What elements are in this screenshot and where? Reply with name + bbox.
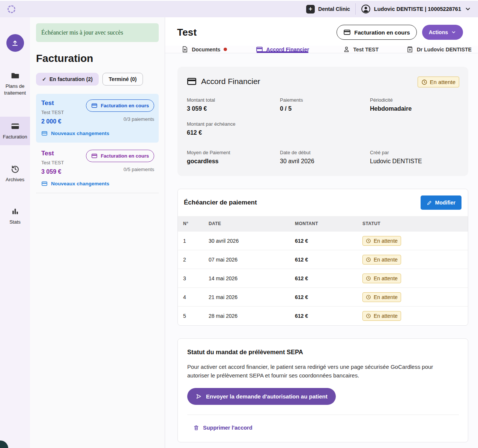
table-row: 1 30 avril 2026 612 € En attente: [178, 232, 468, 250]
new-changes-link[interactable]: Nouveaux changements: [41, 180, 154, 187]
table-header-row: N° DATE MONTANT STATUT: [178, 216, 468, 232]
tab-label: Dr Ludovic DENTISTE: [417, 47, 472, 53]
filter-chips: ✓ En facturation (2) Terminé (0): [36, 73, 159, 86]
panel-title: Facturation: [36, 53, 159, 65]
sidebar-item-facturation[interactable]: Facturation: [0, 117, 30, 145]
billing-card-patient: Test TEST: [41, 110, 64, 115]
table-row: 3 14 mai 2026 612 € En attente: [178, 269, 468, 288]
col-n: N°: [178, 216, 209, 232]
filter-chip-label: En facturation (2): [50, 76, 93, 82]
billing-card-amount: 3 059 €: [41, 168, 64, 175]
payments-progress: 0/3 paiements: [86, 116, 154, 122]
trash-icon: [193, 425, 199, 431]
financial-agreement-card: Accord Financier En attente Montant tota…: [177, 67, 468, 176]
table-row: 2 07 mai 2026 612 € En attente: [178, 250, 468, 269]
payment-schedule-card: Échéancier de paiement Modifier N° DATE …: [177, 189, 468, 326]
main-area: Test Facturation en cours Actions: [165, 17, 478, 448]
sidebar-item-stats[interactable]: Stats: [0, 202, 30, 230]
tab-label: Documents: [192, 47, 220, 53]
new-changes-link[interactable]: Nouveaux changements: [41, 130, 154, 137]
field-date-de-debut: Date de début 30 avril 2026: [280, 150, 370, 165]
upload-button[interactable]: [6, 34, 24, 52]
clinic-selector[interactable]: + Dental Clinic: [306, 5, 350, 14]
filter-chip-label: Terminé (0): [109, 76, 137, 82]
user-menu[interactable]: Ludovic DENTISTE | 10005228761: [361, 4, 471, 14]
billing-card-2[interactable]: Test Test TEST 3 059 € Facturation en co…: [36, 144, 159, 193]
pending-status-badge: En attente: [362, 274, 401, 283]
send-authorization-button[interactable]: Envoyer la demande d'autorisation au pat…: [187, 388, 336, 405]
chevron-down-icon: [464, 6, 471, 12]
pending-status-badge: En attente: [362, 292, 401, 302]
col-date: DATE: [209, 216, 295, 232]
document-upload-icon: [181, 46, 188, 53]
pending-status-badge: En attente: [418, 77, 459, 87]
credit-card-icon: [41, 180, 48, 187]
section-title: Échéancier de paiement: [184, 199, 257, 206]
edit-schedule-button[interactable]: Modifier: [421, 195, 461, 210]
tab-label: Test TEST: [353, 47, 379, 53]
pending-status-badge: En attente: [362, 255, 401, 265]
sidebar-item-archives[interactable]: Archives: [0, 159, 30, 188]
schedule-table: N° DATE MONTANT STATUT 1 30 avril 2026 6…: [178, 216, 468, 325]
clock-icon: [366, 295, 371, 300]
credit-card-icon: [343, 29, 351, 36]
clock-icon: [421, 79, 427, 85]
pending-status-badge: En attente: [362, 236, 401, 246]
credit-card-icon: [41, 130, 48, 137]
field-cree-par: Créé par Ludovic DENTISTE: [370, 150, 459, 165]
user-label: Ludovic DENTISTE | 10005228761: [374, 6, 461, 12]
clinic-name: Dental Clinic: [318, 6, 350, 12]
folder-icon: [11, 71, 20, 80]
sidebar-item-label: Stats: [9, 219, 21, 226]
credit-card-icon: [91, 153, 98, 159]
main-header: Test Facturation en cours Actions: [165, 17, 478, 46]
left-rail: Plans de traitement Facturation Archives…: [0, 17, 30, 448]
tab-test-test[interactable]: Test TEST: [322, 46, 400, 53]
success-toast: Échéancier mis à jour avec succès: [36, 23, 159, 42]
field-paiements: Paiements 0 / 5: [280, 97, 370, 112]
chevron-down-icon: [451, 30, 456, 35]
billing-card-title: Test: [41, 99, 64, 107]
clinic-logo-icon: +: [306, 5, 315, 14]
alert-dot: [224, 48, 227, 51]
history-icon: [11, 164, 20, 174]
credit-card-icon: [11, 122, 20, 131]
sidebar-item-label: Archives: [6, 176, 24, 183]
billing-card-amount: 2 000 €: [41, 118, 64, 125]
payments-progress: 0/5 paiements: [86, 167, 154, 172]
account-circle-icon: [361, 4, 371, 14]
upload-icon: [11, 39, 19, 47]
delete-agreement-link[interactable]: Supprimer l'accord: [187, 425, 459, 431]
divider: [187, 415, 459, 415]
filter-chip-termine[interactable]: Terminé (0): [102, 73, 143, 86]
sepa-mandate-card: Statut du mandat de prélèvement SEPA Pou…: [177, 338, 468, 443]
section-title: Statut du mandat de prélèvement SEPA: [187, 349, 459, 356]
clock-icon: [366, 238, 371, 244]
clock-icon: [366, 257, 371, 262]
tab-documents[interactable]: Documents: [165, 46, 244, 53]
col-statut: STATUT: [362, 216, 468, 232]
credit-card-icon: [91, 102, 98, 109]
clock-icon: [366, 313, 371, 319]
person-icon: [343, 46, 350, 53]
filter-chip-en-facturation[interactable]: ✓ En facturation (2): [36, 73, 99, 86]
hospital-icon: [406, 46, 413, 53]
actions-button[interactable]: Actions: [422, 25, 463, 40]
field-periodicite: Périodicité Hebdomadaire: [370, 97, 459, 112]
field-montant-par-echeance: Montant par échéance 612 €: [187, 121, 280, 136]
billing-card-1[interactable]: Test Test TEST 2 000 € Facturation en co…: [36, 94, 159, 143]
credit-card-icon: [256, 46, 263, 53]
agreement-fields: Montant total 3 059 € Paiements 0 / 5 Pé…: [187, 97, 459, 165]
topbar-divider: [355, 3, 356, 15]
tab-dr-ludovic-dentiste[interactable]: Dr Ludovic DENTISTE: [400, 46, 478, 53]
tab-accord-financier[interactable]: Accord Financier: [244, 46, 322, 53]
billing-card-patient: Test TEST: [41, 160, 64, 165]
col-montant: MONTANT: [295, 216, 362, 232]
billing-card-title: Test: [41, 150, 64, 157]
section-title: Accord Financier: [201, 77, 260, 86]
billing-status-pill: Facturation en cours: [337, 25, 416, 40]
field-montant-total: Montant total 3 059 €: [187, 97, 280, 112]
sidebar-item-plans-de-traitement[interactable]: Plans de traitement: [0, 66, 30, 101]
pencil-icon: [427, 200, 432, 206]
tab-content: Accord Financier En attente Montant tota…: [165, 53, 478, 448]
